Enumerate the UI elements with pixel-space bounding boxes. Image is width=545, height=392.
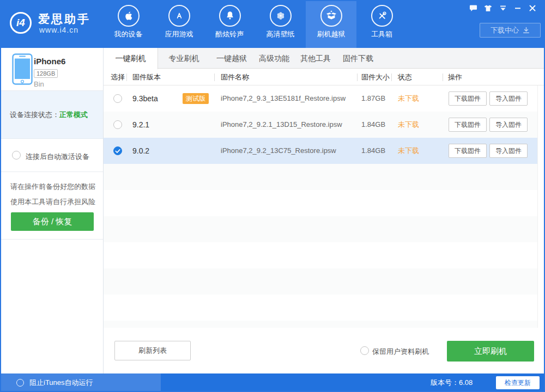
scrollbar-track (537, 85, 544, 328)
table-row[interactable]: 9.2.1 iPhone7,2_9.2.1_13D15_Restore.ipsw… (104, 112, 537, 138)
table-row-selected[interactable]: 9.0.2 iPhone7,2_9.2_13C75_Restore.ipsw 1… (104, 138, 537, 164)
connection-status-section: 设备连接状态：正常模式 (1, 91, 103, 139)
table-header: 选择 固件版本 固件名称 固件大小 状态 操作 (104, 69, 544, 85)
feedback-bubble-icon[interactable] (469, 4, 477, 12)
auto-activate-radio[interactable] (12, 151, 21, 160)
footer-left-section: 阻止iTunes自动运行 (0, 373, 161, 392)
col-select: 选择 (111, 69, 125, 85)
download-firmware-button[interactable]: 下载固件 (449, 144, 487, 158)
nav-item-ringtones[interactable]: 酷炫铃声 (204, 0, 255, 48)
empty-row (104, 295, 537, 321)
firmware-name: iPhone7,2_9.2.1_13D15_Restore.ipsw (221, 112, 342, 138)
table-row[interactable]: 9.3beta 测试版 iPhone7,2_9.3_13E5181f_Resto… (104, 85, 537, 112)
nav-item-apps-games[interactable]: 应用游戏 (154, 0, 204, 48)
flash-now-button[interactable]: 立即刷机 (447, 341, 534, 362)
version-text: 版本号：6.08 (431, 373, 473, 392)
download-firmware-button[interactable]: 下载固件 (449, 118, 487, 132)
tab-one-click-jailbreak[interactable]: 一键越狱 (210, 48, 253, 69)
keep-user-data-label: 保留用户资料刷机 (372, 347, 429, 357)
col-firmware-version: 固件版本 (132, 69, 161, 85)
block-itunes-label: 阻止iTunes自动运行 (29, 373, 93, 392)
empty-row (104, 164, 537, 190)
app-url: www.i4.cn (39, 26, 78, 34)
empty-row (104, 268, 537, 295)
firmware-size: 1.87GB (361, 85, 385, 112)
window-controls (469, 4, 536, 12)
nav-label: 刷机越狱 (306, 29, 356, 39)
col-status: 状态 (398, 69, 412, 85)
device-owner: Bin (34, 80, 44, 88)
main-nav: 我的设备 应用游戏 酷炫铃声 高清壁纸 刷机越狱 (103, 0, 407, 48)
tab-pro-flash[interactable]: 专业刷机 (158, 48, 210, 69)
nav-label: 酷炫铃声 (204, 29, 255, 39)
device-sidebar: iPhone6 128GB Bin 设备连接状态：正常模式 连接后自动激活设备 … (1, 48, 104, 373)
nav-item-toolbox[interactable]: 工具箱 (356, 0, 407, 48)
flower-icon (270, 5, 292, 27)
iphone-icon (12, 53, 33, 87)
firmware-size: 1.84GB (361, 138, 385, 164)
tshirt-skin-icon[interactable] (484, 4, 492, 12)
device-name: iPhone6 (34, 57, 65, 66)
download-status: 未下载 (398, 85, 419, 112)
import-firmware-button[interactable]: 导入固件 (489, 118, 528, 132)
empty-row (104, 242, 537, 268)
appstore-icon (168, 5, 190, 27)
main-content: 一键刷机专业刷机一键越狱高级功能其他工具固件下载 选择 固件版本 固件名称 固件… (104, 48, 544, 373)
minimize-tray-icon[interactable] (499, 4, 507, 12)
check-update-button[interactable]: 检查更新 (496, 376, 540, 389)
connection-status-label: 设备连接状态： (10, 110, 59, 120)
row-select-radio[interactable] (113, 120, 122, 129)
status-footer: 阻止iTunes自动运行 版本号：6.08 检查更新 (0, 373, 545, 392)
auto-activate-label: 连接后自动激活设备 (26, 152, 89, 162)
nav-label: 高清壁纸 (255, 29, 306, 39)
app-title: 爱思助手 (38, 11, 90, 27)
download-firmware-button[interactable]: 下载固件 (449, 91, 487, 106)
tab-other-tools[interactable]: 其他工具 (295, 48, 336, 69)
download-center-label: 下载中心 (491, 26, 519, 35)
row-select-radio-checked[interactable] (113, 146, 122, 155)
apple-icon (118, 5, 140, 27)
nav-label: 我的设备 (103, 29, 154, 39)
firmware-list: 9.3beta 测试版 iPhone7,2_9.3_13E5181f_Resto… (104, 85, 544, 328)
openbox-icon (320, 5, 342, 27)
bottom-action-bar: 刷新列表 保留用户资料刷机 立即刷机 (104, 328, 544, 373)
bell-icon (219, 5, 241, 27)
tab-firmware-download[interactable]: 固件下载 (336, 48, 380, 69)
col-operation: 操作 (448, 69, 462, 85)
row-select-radio[interactable] (113, 94, 122, 103)
empty-row (104, 190, 537, 216)
import-firmware-button[interactable]: 导入固件 (489, 144, 528, 158)
backup-warning-section: 请在操作前备份好您的数据 使用本工具请自行承担风险 备份 / 恢复 (1, 172, 103, 240)
empty-row (104, 321, 537, 328)
device-info-section: iPhone6 128GB Bin (1, 48, 103, 91)
download-center-button[interactable]: 下载中心 (480, 23, 541, 38)
nav-label: 工具箱 (356, 29, 407, 39)
tab-one-click-flash[interactable]: 一键刷机 (104, 48, 158, 69)
close-icon[interactable] (528, 4, 536, 12)
logo-badge-text: i4 (16, 17, 25, 29)
firmware-version: 9.0.2 (132, 138, 149, 164)
app-logo-icon: i4 (10, 12, 32, 34)
refresh-list-button[interactable]: 刷新列表 (114, 341, 191, 360)
toolbox-icon (371, 5, 393, 27)
nav-label: 应用游戏 (154, 29, 204, 39)
beta-badge: 测试版 (183, 93, 209, 104)
flash-tabs: 一键刷机专业刷机一键越狱高级功能其他工具固件下载 (104, 48, 544, 69)
warning-text-line2: 使用本工具请自行承担风险 (10, 197, 95, 207)
firmware-version: 9.3beta (132, 85, 158, 112)
nav-item-my-device[interactable]: 我的设备 (103, 0, 154, 48)
backup-restore-button[interactable]: 备份 / 恢复 (11, 212, 94, 231)
nav-item-wallpapers[interactable]: 高清壁纸 (255, 0, 306, 48)
tab-advanced[interactable]: 高级功能 (253, 48, 295, 69)
firmware-size: 1.84GB (361, 112, 385, 138)
firmware-name: iPhone7,2_9.2_13C75_Restore.ipsw (221, 138, 336, 164)
auto-activate-section: 连接后自动激活设备 (1, 139, 103, 172)
minimize-icon[interactable] (513, 4, 522, 12)
block-itunes-radio[interactable] (16, 379, 24, 387)
device-capacity-badge: 128GB (34, 69, 58, 78)
empty-row (104, 216, 537, 242)
keep-user-data-radio[interactable] (360, 346, 369, 355)
firmware-version: 9.2.1 (132, 112, 149, 138)
nav-item-flash-jailbreak[interactable]: 刷机越狱 (306, 0, 356, 48)
import-firmware-button[interactable]: 导入固件 (489, 91, 528, 106)
